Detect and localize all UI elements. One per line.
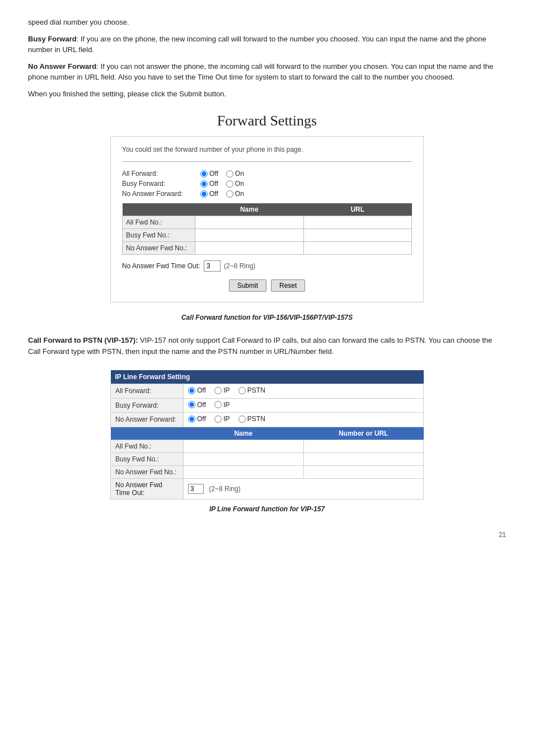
finish-text: When you finished the setting, please cl… (28, 88, 506, 100)
ip-no-ans-fwd-no-row: No Answer Fwd No.: (111, 465, 424, 478)
busy-fwd-no-label: Busy Fwd No.: (123, 229, 195, 242)
submit-button[interactable]: Submit (229, 279, 266, 292)
ip-busy-ip-radio[interactable] (214, 401, 222, 408)
all-forward-on-radio[interactable] (226, 170, 233, 178)
busy-fwd-url-input[interactable] (307, 231, 409, 239)
forward-settings-box: You could set the forward number of your… (110, 136, 424, 302)
ip-busy-off[interactable]: Off (188, 401, 206, 409)
busy-forward-off-radio[interactable] (200, 180, 208, 188)
time-out-hint: (2~8 Ring) (224, 262, 255, 270)
no-ans-fwd-no-label: No Answer Fwd No.: (123, 242, 195, 255)
ip-busy-forward-label: Busy Forward: (111, 398, 184, 413)
ip-line-table: IP Line Forward Setting All Forward: Off… (110, 370, 424, 500)
ip-busy-fwd-name-input[interactable] (188, 455, 299, 463)
ip-all-pstn[interactable]: PSTN (238, 386, 265, 394)
busy-fwd-url-cell (303, 229, 412, 242)
ip-all-pstn-radio[interactable] (238, 387, 246, 394)
busy-forward-on-radio[interactable] (226, 180, 233, 188)
ip-all-fwd-url-input[interactable] (308, 442, 419, 450)
ip-col-empty (111, 427, 184, 440)
pstn-label: Call Forward to PSTN (VIP-157): (28, 336, 138, 344)
all-forward-options: Off On (200, 170, 244, 178)
no-answer-options: Off On (200, 190, 244, 198)
ip-col-url: Number or URL (303, 427, 424, 440)
table-row: All Fwd No.: (123, 216, 412, 229)
all-fwd-url-cell (303, 216, 412, 229)
table-url-header: URL (303, 203, 412, 216)
ip-time-out-row: No Answer Fwd Time Out: (2~8 Ring) (111, 478, 424, 499)
ip-no-ans-fwd-no-label: No Answer Fwd No.: (111, 465, 184, 478)
ip-time-out-cell: (2~8 Ring) (184, 478, 424, 499)
ip-time-out-label: No Answer Fwd Time Out: (111, 478, 184, 499)
no-answer-off-radio[interactable] (200, 190, 208, 198)
ip-busy-fwd-no-row: Busy Fwd No.: (111, 452, 424, 465)
forward-settings-section: Forward Settings You could set the forwa… (28, 113, 506, 323)
all-forward-off-radio[interactable] (200, 170, 208, 178)
no-ans-fwd-url-cell (303, 242, 412, 255)
ip-no-ans-ip-radio[interactable] (214, 416, 222, 423)
ip-all-fwd-name-cell (184, 440, 304, 452)
ip-busy-fwd-url-input[interactable] (308, 455, 419, 463)
time-out-input[interactable]: 3 (204, 260, 221, 272)
fwd-name-url-table: Name URL All Fwd No.: Busy Fwd No.: No A… (122, 203, 412, 255)
ip-all-off-radio[interactable] (188, 387, 195, 394)
page-number: 21 (28, 531, 506, 539)
ip-all-fwd-name-input[interactable] (188, 442, 299, 450)
ip-col-name: Name (184, 427, 304, 440)
no-ans-fwd-url-input[interactable] (307, 244, 409, 252)
ip-all-fwd-no-row: All Fwd No.: (111, 440, 424, 452)
speed-dial-text: speed dial number you choose. (28, 17, 506, 28)
busy-fwd-name-input[interactable] (199, 231, 300, 239)
busy-forward-options: Off On (200, 180, 244, 188)
intro-section: speed dial number you choose. Busy Forwa… (28, 17, 506, 99)
no-answer-forward-row: No Answer Forward: Off On (122, 190, 412, 198)
table-row: Busy Fwd No.: (123, 229, 412, 242)
ip-time-out-hint: (2~8 Ring) (209, 485, 240, 493)
all-forward-on[interactable]: On (226, 170, 244, 178)
ip-busy-ip[interactable]: IP (214, 401, 229, 409)
busy-forward-off[interactable]: Off (200, 180, 218, 188)
all-fwd-name-input[interactable] (199, 218, 300, 226)
ip-busy-forward-row: Busy Forward: Off IP (111, 398, 424, 413)
no-answer-on-radio[interactable] (226, 190, 233, 198)
forward-subtitle: You could set the forward number of your… (122, 144, 412, 155)
ip-line-section: IP Line Forward Setting All Forward: Off… (110, 370, 424, 514)
ip-no-ans-fwd-name-input[interactable] (188, 468, 299, 476)
pstn-text: Call Forward to PSTN (VIP-157): VIP-157 … (28, 335, 506, 357)
all-forward-off[interactable]: Off (200, 170, 218, 178)
no-answer-off[interactable]: Off (200, 190, 218, 198)
ip-no-ans-off[interactable]: Off (188, 415, 206, 423)
no-answer-forward-text: No Answer Forward: If you can not answer… (28, 61, 506, 83)
all-fwd-url-input[interactable] (307, 218, 409, 226)
ip-all-off[interactable]: Off (188, 386, 206, 394)
ip-no-ans-off-radio[interactable] (188, 416, 195, 423)
ip-line-caption: IP Line Forward function for VIP-157 (110, 504, 424, 514)
ip-busy-off-radio[interactable] (188, 401, 195, 408)
ip-all-ip-radio[interactable] (214, 387, 222, 394)
all-fwd-name-cell (195, 216, 304, 229)
busy-forward-row: Busy Forward: Off On (122, 180, 412, 188)
ip-section-header: IP Line Forward Setting (111, 370, 424, 384)
ip-no-ans-pstn-radio[interactable] (238, 416, 246, 423)
no-ans-fwd-name-cell (195, 242, 304, 255)
ip-no-ans-pstn[interactable]: PSTN (238, 415, 265, 423)
table-row: No Answer Fwd No.: (123, 242, 412, 255)
no-answer-on[interactable]: On (226, 190, 244, 198)
ip-no-ans-ip[interactable]: IP (214, 415, 229, 423)
all-forward-row: All Forward: Off On (122, 170, 412, 178)
no-ans-fwd-name-input[interactable] (199, 244, 300, 252)
ip-no-ans-fwd-url-cell (303, 465, 424, 478)
ip-time-out-input[interactable] (188, 484, 204, 494)
all-forward-label: All Forward: (122, 170, 200, 178)
busy-forward-setting-label: Busy Forward: (122, 180, 200, 188)
busy-forward-on[interactable]: On (226, 180, 244, 188)
ip-all-ip[interactable]: IP (214, 386, 229, 394)
divider (122, 161, 412, 162)
reset-button[interactable]: Reset (271, 279, 305, 292)
ip-no-ans-fwd-url-input[interactable] (308, 468, 419, 476)
busy-forward-text: Busy Forward: If you are on the phone, t… (28, 34, 506, 55)
ip-all-fwd-no-label: All Fwd No.: (111, 440, 184, 452)
busy-forward-body: : If you are on the phone, the new incom… (28, 35, 486, 54)
ip-busy-forward-options: Off IP (184, 398, 424, 413)
table-name-header: Name (195, 203, 304, 216)
